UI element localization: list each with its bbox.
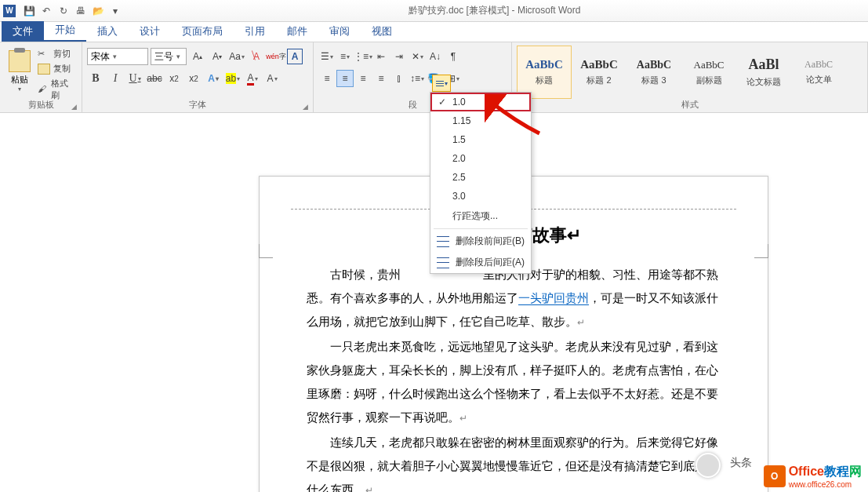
decrease-indent-button[interactable]: ⇤	[372, 48, 390, 65]
tab-file[interactable]: 文件	[2, 21, 44, 42]
clipboard-expand-icon[interactable]: ◢	[71, 103, 79, 111]
tab-layout[interactable]: 页面布局	[171, 21, 234, 42]
paste-icon	[9, 50, 31, 72]
separator	[434, 228, 528, 229]
remove-space-before[interactable]: 删除段前间距(B)	[430, 231, 531, 252]
underline-button[interactable]: U	[126, 70, 143, 87]
window-title: 黔驴技穷.doc [兼容模式] - Microsoft Word	[124, 4, 865, 17]
numbering-button[interactable]: ≡	[336, 48, 354, 65]
line-spacing-dropdown: 1.0 1.15 1.5 2.0 2.5 3.0 行距选项... 删除段前间距(…	[430, 92, 532, 274]
watermark-url: www.office26.com	[789, 480, 862, 489]
watermark-toutiao: 头条	[730, 456, 752, 470]
sort-button[interactable]: A↓	[427, 48, 444, 65]
remove-after-label: 删除段后间距(A)	[456, 256, 525, 269]
superscript-button[interactable]: x2	[185, 70, 202, 87]
paragraph-mark-icon: ↵	[567, 225, 581, 245]
line-spacing-button[interactable]: ↕≡	[409, 70, 426, 87]
style-preview: AaBl	[748, 56, 779, 73]
line-spacing-115[interactable]: 1.15	[430, 111, 531, 130]
tab-mailings[interactable]: 邮件	[276, 21, 318, 42]
quick-print-button[interactable]: 🖶	[72, 2, 89, 20]
tab-design[interactable]: 设计	[129, 21, 171, 42]
style-heading2[interactable]: AaBbC 标题 2	[572, 46, 626, 99]
style-subtitle[interactable]: AaBbC 副标题	[681, 46, 736, 99]
qat-customize-button[interactable]: ▾	[107, 2, 124, 20]
save-button[interactable]: 💾	[20, 2, 38, 20]
open-button[interactable]: 📂	[89, 2, 107, 20]
quick-access-toolbar: W 💾 ↶ ↻ 🖶 📂 ▾ 黔驴技穷.doc [兼容模式] - Microsof…	[0, 0, 868, 22]
line-spacing-2[interactable]: 2.0	[430, 149, 531, 168]
align-center-button[interactable]: ≡	[336, 70, 354, 87]
asian-layout-button[interactable]: ✕	[409, 48, 426, 65]
font-expand-icon[interactable]: ◢	[303, 103, 311, 111]
change-case-button[interactable]: Aa	[228, 48, 245, 65]
paragraph-mark-icon: ↵	[365, 485, 373, 492]
align-left-button[interactable]: ≡	[318, 70, 336, 87]
strikethrough-button[interactable]: abc	[146, 70, 163, 87]
style-article-sub[interactable]: AaBbC 论文单	[791, 46, 846, 99]
font-size-select[interactable]: 三号	[151, 48, 187, 65]
line-spacing-1[interactable]: 1.0	[430, 93, 531, 111]
multilevel-list-button[interactable]: ⋮≡	[354, 48, 372, 65]
copy-button[interactable]: 复制	[35, 62, 77, 75]
style-preview: AaBbC	[637, 59, 671, 71]
style-preview: AaBbC	[694, 59, 725, 71]
undo-button[interactable]: ↶	[38, 2, 55, 20]
line-spacing-15[interactable]: 1.5	[430, 130, 531, 149]
remove-after-icon	[437, 257, 449, 268]
copy-icon	[38, 64, 50, 75]
brush-icon: 🖌	[38, 84, 49, 95]
remove-space-after[interactable]: 删除段后间距(A)	[430, 252, 531, 273]
style-label: 标题	[536, 75, 553, 86]
subscript-button[interactable]: x2	[165, 70, 183, 87]
tab-review[interactable]: 审阅	[318, 21, 361, 42]
italic-button[interactable]: I	[107, 70, 124, 87]
show-marks-button[interactable]: ¶	[445, 48, 462, 65]
line-spacing-options[interactable]: 行距选项...	[430, 206, 531, 227]
shrink-font-button[interactable]: A▾	[209, 48, 226, 65]
tab-insert[interactable]: 插入	[86, 21, 129, 42]
font-name-select[interactable]: 宋体	[87, 48, 148, 65]
document-paragraph[interactable]: 一只老虎出来觅食吃，远远地望见了这头驴。老虎从来没有见过驴，看到这家伙身躯庞大，…	[307, 335, 721, 429]
line-spacing-3[interactable]: 3.0	[430, 187, 531, 206]
watermark-logo-icon: O	[764, 465, 786, 487]
bullets-button[interactable]: ☰	[318, 48, 336, 65]
increase-indent-button[interactable]: ⇥	[390, 48, 408, 65]
style-title[interactable]: AaBbC 标题	[517, 46, 572, 99]
style-heading3[interactable]: AaBbC 标题 3	[626, 46, 681, 99]
font-group: 宋体 三号 A▴ A▾ Aa A⧹ wén字 A B I U abc x2 x2…	[82, 42, 314, 112]
clear-formatting-button[interactable]: A⧹	[248, 48, 265, 65]
grow-font-button[interactable]: A▴	[189, 48, 206, 65]
justify-button[interactable]: ≡	[372, 70, 390, 87]
cut-button[interactable]: ✂剪切	[35, 47, 77, 60]
margin-corner-icon	[259, 244, 273, 258]
redo-button[interactable]: ↻	[55, 2, 72, 20]
style-label: 副标题	[696, 75, 722, 86]
hyperlink[interactable]: 一头驴回贵州	[518, 292, 589, 305]
text-effects-button[interactable]: A	[205, 70, 222, 87]
line-spacing-button-active[interactable]: ▾	[432, 75, 451, 92]
style-preview: AaBbC	[804, 59, 833, 71]
phonetic-guide-button[interactable]: wén字	[267, 48, 285, 65]
tab-references[interactable]: 引用	[234, 21, 276, 42]
distribute-button[interactable]: ⫿	[390, 70, 408, 87]
margin-corner-icon	[754, 244, 768, 258]
style-article-title[interactable]: AaBl 论文标题	[736, 46, 791, 99]
tab-view[interactable]: 视图	[361, 21, 403, 42]
document-paragraph[interactable]: 连续几天，老虎都只敢躲在密密的树林里面观察驴的行为。后来觉得它好像不是很凶狠，就…	[307, 431, 721, 492]
character-border-button[interactable]: A	[287, 49, 303, 64]
style-label: 标题 3	[641, 75, 666, 86]
style-preview: AaBbC	[580, 58, 618, 71]
style-preview: AaBbC	[525, 58, 563, 71]
character-shading-button[interactable]: A	[263, 70, 281, 87]
paste-button[interactable]: 粘贴 ▾	[5, 44, 35, 99]
watermark: O Office教程网 www.office26.com	[764, 464, 862, 489]
clipboard-group: 粘贴 ▾ ✂剪切 复制 🖌格式刷 剪贴板 ◢	[0, 42, 82, 112]
line-spacing-25[interactable]: 2.5	[430, 168, 531, 187]
font-color-button[interactable]: A	[244, 70, 261, 87]
tab-home[interactable]: 开始	[44, 20, 86, 42]
align-right-button[interactable]: ≡	[354, 70, 372, 87]
styles-group: AaBbC 标题 AaBbC 标题 2 AaBbC 标题 3 AaBbC 副标题…	[512, 42, 868, 112]
highlight-button[interactable]: ab	[224, 70, 242, 87]
bold-button[interactable]: B	[87, 70, 104, 87]
